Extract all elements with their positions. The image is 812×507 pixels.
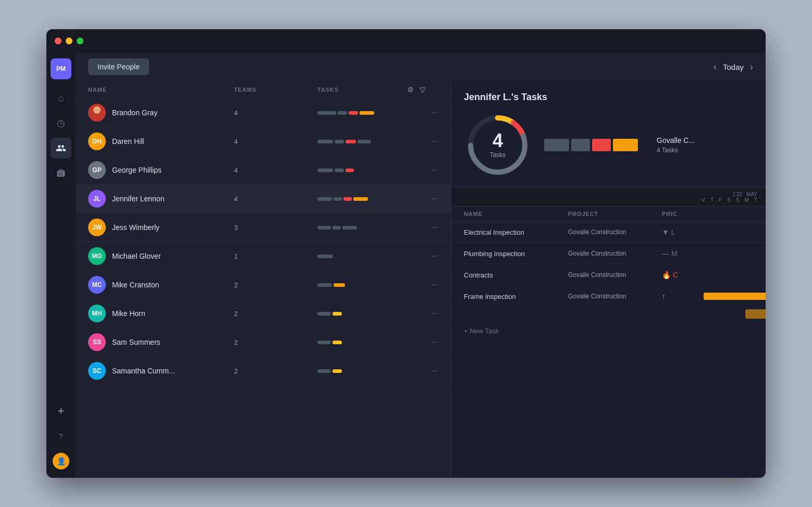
- sidebar-item-home[interactable]: ⌂: [51, 88, 71, 108]
- person-row[interactable]: Brandon Gray 4 ···: [76, 99, 451, 127]
- task-bars: [317, 111, 407, 115]
- next-date-button[interactable]: ›: [750, 62, 753, 73]
- avatar: MH: [88, 305, 106, 322]
- stats-row: 4 Tasks: [464, 111, 753, 179]
- gantt-overflow-row: [451, 307, 766, 321]
- more-options[interactable]: ···: [407, 251, 438, 261]
- person-name: JW Jess Wimberly: [88, 219, 234, 236]
- sidebar-item-people[interactable]: [51, 138, 71, 159]
- sidebar-item-briefcase[interactable]: [51, 163, 71, 184]
- svg-point-1: [91, 114, 103, 122]
- gantt-bar-container: 0%: [704, 293, 766, 300]
- more-options[interactable]: ···: [407, 165, 438, 175]
- more-options[interactable]: ···: [407, 108, 438, 117]
- content-area: NAME TEAMS TASKS ⚙ ▽: [76, 81, 766, 478]
- invite-people-button[interactable]: Invite People: [88, 58, 149, 75]
- detail-title: Jennifer L.'s Tasks: [464, 92, 753, 103]
- person-name: GP George Phillips: [88, 161, 234, 179]
- current-date-label: Today: [723, 63, 744, 71]
- prev-date-button[interactable]: ‹: [713, 62, 717, 73]
- detail-panel: Jennifer L.'s Tasks: [451, 81, 766, 478]
- person-row[interactable]: DH Daren Hill 4 ···: [76, 127, 451, 156]
- task-bars: [317, 283, 407, 287]
- avatar: GP: [88, 161, 106, 179]
- traffic-lights: [55, 38, 83, 44]
- task-bars: [317, 197, 407, 201]
- app-window: PM ⌂ ◷ + ? 👤 Invite People: [46, 29, 766, 478]
- new-task-button[interactable]: + New Task: [451, 321, 766, 341]
- funnel-icon[interactable]: ▽: [420, 86, 426, 94]
- person-name: MG Michael Glover: [88, 247, 234, 265]
- detail-header: Jennifer L.'s Tasks: [451, 81, 766, 188]
- person-row[interactable]: GP George Phillips 4 ···: [76, 156, 451, 185]
- avatar: JW: [88, 219, 106, 236]
- task-bars: [317, 140, 407, 143]
- avatar: MG: [88, 247, 106, 265]
- task-row[interactable]: Plumbing Inspection Govalle Construction…: [451, 243, 766, 264]
- app-body: PM ⌂ ◷ + ? 👤 Invite People: [46, 52, 766, 478]
- col-tasks: TASKS: [317, 87, 407, 93]
- task-bars: [317, 341, 407, 344]
- task-row[interactable]: Electrical Inspection Govalle Constructi…: [451, 222, 766, 243]
- people-list: NAME TEAMS TASKS ⚙ ▽: [76, 81, 451, 478]
- task-table-header: NAME PROJECT PRIC: [451, 207, 766, 222]
- avatar: [88, 104, 106, 122]
- gantt-bar: [704, 293, 766, 300]
- header-actions: ⚙ ▽: [407, 86, 438, 94]
- avatar: SC: [88, 362, 106, 380]
- person-row[interactable]: SS Sam Summers 2 ···: [76, 328, 451, 357]
- person-row[interactable]: MG Michael Glover 1 ···: [76, 242, 451, 271]
- svg-point-0: [93, 106, 101, 114]
- more-options[interactable]: ···: [407, 137, 438, 146]
- person-name: SC Samantha Cumm...: [88, 362, 234, 380]
- filter-icon[interactable]: ⚙: [407, 86, 414, 94]
- circle-inner: 4 Tasks: [490, 131, 506, 159]
- person-row[interactable]: MC Mike Cranston 2 ···: [76, 271, 451, 299]
- timeline-header: 1'22 MAY VTFSSMT: [451, 188, 766, 207]
- person-row[interactable]: MH Mike Horn 2 ···: [76, 299, 451, 328]
- minimize-button[interactable]: [66, 38, 72, 44]
- task-row[interactable]: Contracts Govalle Construction 🔥 C: [451, 264, 766, 286]
- task-bars: [317, 312, 407, 316]
- task-row[interactable]: Frame inspection Govalle Construction ↑ …: [451, 286, 766, 307]
- task-table: NAME PROJECT PRIC Electrical Inspection …: [451, 207, 766, 478]
- brand-logo[interactable]: PM: [51, 58, 71, 79]
- more-options[interactable]: ···: [407, 309, 438, 318]
- sidebar-item-help[interactable]: ?: [51, 426, 71, 446]
- person-name: JL Jennifer Lennon: [88, 190, 234, 208]
- task-bars: [317, 255, 407, 258]
- task-bars: [317, 226, 407, 230]
- person-row[interactable]: JW Jess Wimberly 3 ···: [76, 213, 451, 242]
- maximize-button[interactable]: [77, 38, 83, 44]
- main-content: Invite People ‹ Today › NAME TEAMS TASKS…: [76, 52, 766, 478]
- top-bar: Invite People ‹ Today ›: [76, 52, 766, 81]
- col-name: NAME: [88, 87, 234, 93]
- sidebar-item-add[interactable]: +: [51, 401, 71, 421]
- col-teams: TEAMS: [234, 87, 317, 93]
- task-bars: [317, 168, 407, 172]
- sidebar-bottom: + ? 👤: [51, 401, 71, 472]
- more-options[interactable]: ···: [407, 337, 438, 347]
- sidebar-item-user[interactable]: 👤: [51, 451, 71, 472]
- avatar: SS: [88, 333, 106, 351]
- date-navigation: ‹ Today ›: [713, 62, 753, 73]
- more-options[interactable]: ···: [407, 194, 438, 203]
- close-button[interactable]: [55, 38, 61, 44]
- avatar: MC: [88, 276, 106, 294]
- more-options[interactable]: ···: [407, 366, 438, 376]
- person-row[interactable]: JL Jennifer Lennon 4 ···: [76, 185, 451, 213]
- person-row[interactable]: SC Samantha Cumm... 2 ···: [76, 357, 451, 385]
- person-name: Brandon Gray: [88, 104, 234, 122]
- person-name: MH Mike Horn: [88, 305, 234, 322]
- person-name: DH Daren Hill: [88, 132, 234, 150]
- more-options[interactable]: ···: [407, 280, 438, 289]
- task-area: 1'22 MAY VTFSSMT: [451, 188, 766, 478]
- sidebar-item-clock[interactable]: ◷: [51, 113, 71, 134]
- person-name: MC Mike Cranston: [88, 276, 234, 294]
- task-legend: [544, 139, 638, 151]
- task-circle-chart: 4 Tasks: [464, 111, 532, 179]
- sidebar: PM ⌂ ◷ + ? 👤: [46, 52, 76, 478]
- avatar: JL: [88, 190, 106, 208]
- person-name: SS Sam Summers: [88, 333, 234, 351]
- more-options[interactable]: ···: [407, 223, 438, 232]
